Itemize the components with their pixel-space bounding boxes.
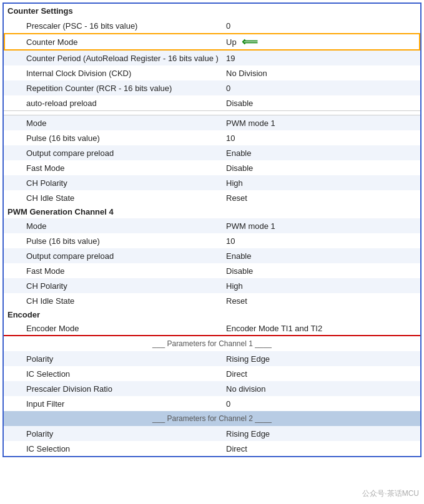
- pwm-ch4-fast-row: Fast Mode Disable: [4, 263, 420, 278]
- ch2-params-label: ___ Parameters for Channel 2 ____: [152, 414, 272, 423]
- counter-settings-title: Counter Settings: [4, 4, 420, 18]
- counter-period-label: Counter Period (AutoReload Register - 16…: [7, 54, 220, 63]
- pwm-ch4-mode-label: Mode: [7, 221, 220, 231]
- prescaler-row: Prescaler (PSC - 16 bits value) 0: [4, 18, 420, 33]
- pwm-ch3-mode-row: Mode PWM mode 1: [4, 115, 420, 130]
- pwm-ch4-fast-value: Disable: [220, 266, 417, 276]
- rcr-label: Repetition Counter (RCR - 16 bits value): [7, 84, 220, 93]
- rcr-value: 0: [220, 84, 417, 93]
- main-container: Counter Settings Prescaler (PSC - 16 bit…: [2, 2, 422, 457]
- pwm-ch4-preload-label: Output compare preload: [7, 251, 220, 261]
- pwm-ch3-polarity-label: CH Polarity: [7, 178, 220, 188]
- pwm-ch3-idle-value: Reset: [220, 193, 417, 203]
- pwm-ch4-title: PWM Generation Channel 4: [4, 205, 420, 218]
- encoder-title: Encoder: [4, 308, 420, 321]
- pwm-ch3-preload-label: Output compare preload: [7, 148, 220, 158]
- counter-mode-text: Up: [226, 37, 237, 47]
- pwm-ch4-idle-row: CH Idle State Reset: [4, 293, 420, 308]
- pwm-ch3-mode-value: PWM mode 1: [220, 119, 417, 128]
- pwm-ch3-mode-label: Mode: [7, 119, 220, 128]
- pwm-ch4-pulse-label: Pulse (16 bits value): [7, 236, 220, 246]
- counter-mode-label: Counter Mode: [7, 37, 220, 47]
- enc-ch1-icsel-label: IC Selection: [7, 369, 220, 379]
- pwm-ch4-preload-value: Enable: [220, 251, 417, 261]
- ch2-params-row: ___ Parameters for Channel 2 ____: [4, 411, 420, 426]
- enc-ch1-polarity-value: Rising Edge: [220, 354, 417, 364]
- enc-ch2-icsel-row: IC Selection Direct: [4, 441, 420, 456]
- enc-ch1-polarity-row: Polarity Rising Edge: [4, 351, 420, 366]
- counter-mode-row: Counter Mode Up ⟸: [4, 33, 420, 51]
- enc-ch1-filter-label: Input Filter: [7, 399, 220, 409]
- prescaler-value: 0: [220, 21, 417, 31]
- encoder-mode-row: Encoder Mode Encoder Mode TI1 and TI2: [4, 321, 420, 336]
- enc-ch1-prescaler-value: No division: [220, 384, 417, 394]
- enc-ch1-polarity-label: Polarity: [7, 354, 220, 364]
- ch1-params-label: ___ Parameters for Channel 1 ____: [152, 339, 272, 348]
- pwm-ch3-pulse-label: Pulse (16 bits value): [7, 133, 220, 143]
- pwm-ch3-idle-label: CH Idle State: [7, 193, 220, 203]
- enc-ch1-prescaler-row: Prescaler Division Ratio No division: [4, 381, 420, 396]
- counter-period-value: 19: [220, 54, 417, 63]
- pwm-ch4-mode-row: Mode PWM mode 1: [4, 218, 420, 233]
- counter-mode-value: Up ⟸: [220, 35, 417, 49]
- pwm-ch4-idle-label: CH Idle State: [7, 296, 220, 306]
- prescaler-label: Prescaler (PSC - 16 bits value): [7, 21, 220, 31]
- watermark-text: 公众号·茶话MCU: [362, 488, 419, 499]
- ckd-value: No Division: [220, 69, 417, 78]
- arrow-icon: ⟸: [242, 35, 258, 49]
- enc-ch1-filter-row: Input Filter 0: [4, 396, 420, 411]
- pwm-ch3-idle-row: CH Idle State Reset: [4, 190, 420, 205]
- pwm-ch3-preload-row: Output compare preload Enable: [4, 145, 420, 160]
- pwm-ch4-mode-value: PWM mode 1: [220, 221, 417, 231]
- pwm-ch4-fast-label: Fast Mode: [7, 266, 220, 276]
- pwm-ch3-fast-row: Fast Mode Disable: [4, 160, 420, 175]
- autoreload-label: auto-reload preload: [7, 99, 220, 108]
- pwm-ch3-fast-label: Fast Mode: [7, 163, 220, 173]
- enc-ch2-polarity-row: Polarity Rising Edge: [4, 426, 420, 441]
- rcr-row: Repetition Counter (RCR - 16 bits value)…: [4, 80, 420, 95]
- pwm-ch3-polarity-value: High: [220, 178, 417, 188]
- pwm-ch4-polarity-label: CH Polarity: [7, 281, 220, 291]
- counter-period-row: Counter Period (AutoReload Register - 16…: [4, 51, 420, 65]
- ch1-params-row: ___ Parameters for Channel 1 ____: [4, 336, 420, 351]
- pwm-ch3-pulse-value: 10: [220, 133, 417, 143]
- pwm-ch4-pulse-row: Pulse (16 bits value) 10: [4, 233, 420, 248]
- pwm-ch4-pulse-value: 10: [220, 236, 417, 246]
- enc-ch2-polarity-value: Rising Edge: [220, 429, 417, 439]
- ckd-row: Internal Clock Division (CKD) No Divisio…: [4, 65, 420, 80]
- divider-area: [4, 110, 420, 115]
- pwm-ch3-polarity-row: CH Polarity High: [4, 175, 420, 190]
- pwm-ch4-idle-value: Reset: [220, 296, 417, 306]
- enc-ch1-prescaler-label: Prescaler Division Ratio: [7, 384, 220, 394]
- enc-ch2-polarity-label: Polarity: [7, 429, 220, 439]
- enc-ch1-icsel-row: IC Selection Direct: [4, 366, 420, 381]
- enc-ch1-icsel-value: Direct: [220, 369, 417, 379]
- pwm-ch4-polarity-row: CH Polarity High: [4, 278, 420, 293]
- autoreload-row: auto-reload preload Disable: [4, 95, 420, 110]
- enc-ch2-icsel-label: IC Selection: [7, 444, 220, 453]
- autoreload-value: Disable: [220, 99, 417, 108]
- enc-ch2-icsel-value: Direct: [220, 444, 417, 453]
- pwm-ch3-pulse-row: Pulse (16 bits value) 10: [4, 130, 420, 145]
- pwm-ch4-polarity-value: High: [220, 281, 417, 291]
- pwm-ch3-preload-value: Enable: [220, 148, 417, 158]
- ckd-label: Internal Clock Division (CKD): [7, 69, 220, 78]
- pwm-ch4-preload-row: Output compare preload Enable: [4, 248, 420, 263]
- encoder-mode-value: Encoder Mode TI1 and TI2: [220, 324, 417, 333]
- pwm-ch3-fast-value: Disable: [220, 163, 417, 173]
- encoder-mode-label: Encoder Mode: [7, 324, 220, 333]
- enc-ch1-filter-value: 0: [220, 399, 417, 409]
